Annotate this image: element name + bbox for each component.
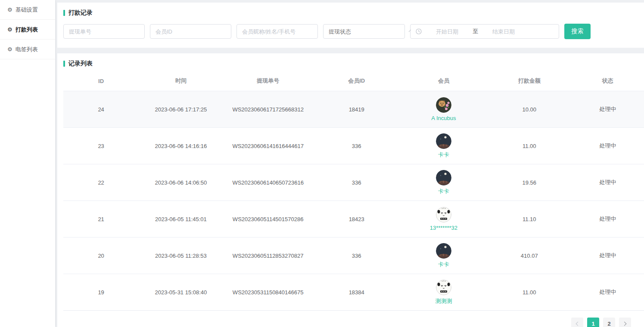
records-table-header: ID时间提现单号会员ID会员打款金额状态 (63, 72, 644, 91)
records-panel: 记录列表 ID时间提现单号会员ID会员打款金额状态 242023-06-06 1… (57, 53, 644, 327)
cell-id: 19 (63, 274, 139, 311)
pagination-page-1[interactable]: 1 (587, 318, 599, 327)
order-no-input[interactable] (63, 24, 145, 39)
dog-flowers-avatar[interactable] (436, 97, 451, 113)
night-sky-avatar[interactable] (436, 170, 451, 185)
date-range-picker[interactable]: 至 (410, 24, 559, 39)
cell-order-no: WS20230606140650723616 (223, 164, 313, 201)
cell-member: 测测测 (400, 274, 487, 311)
clock-icon (416, 28, 422, 34)
cell-order-no: WS20230531150840146675 (223, 274, 313, 311)
search-button[interactable]: 搜索 (564, 24, 591, 39)
cell-member: 卡卡 (400, 164, 487, 201)
cell-id: 24 (63, 91, 139, 128)
sidebar-item-0[interactable]: ⚙基础设置 (0, 0, 55, 20)
end-date-input[interactable] (478, 28, 529, 35)
cell-member: 卡卡 (400, 128, 487, 164)
cell-time: 2023-06-05 11:28:53 (139, 238, 223, 274)
cell-member: 卡卡 (400, 238, 487, 274)
member-name-link[interactable]: 测测测 (435, 297, 452, 305)
gear-icon: ⚙ (7, 7, 12, 12)
cell-member-id: 18384 (313, 274, 400, 311)
night-sky-avatar[interactable] (436, 133, 451, 149)
cell-status: 处理中 (571, 238, 644, 274)
filter-bar: 至 搜索 (63, 24, 638, 39)
table-row: 232023-06-06 14:16:16WS20230606141616444… (63, 128, 644, 164)
member-name-link[interactable]: 13*******32 (430, 225, 457, 231)
cell-member-id: 336 (313, 238, 400, 274)
records-table-body: 242023-06-06 17:17:25WS20230606171725668… (63, 91, 644, 311)
pagination-prev-button[interactable] (571, 318, 583, 327)
member-info-input[interactable] (236, 24, 318, 39)
cell-status: 处理中 (571, 91, 644, 128)
cell-time: 2023-06-06 14:06:50 (139, 164, 223, 201)
cell-amount: 11.00 (487, 128, 571, 164)
cell-status: 处理中 (571, 164, 644, 201)
column-header: 提现单号 (223, 72, 313, 91)
gear-icon: ⚙ (7, 46, 12, 52)
member-name-link[interactable]: 卡卡 (438, 188, 449, 195)
cell-amount: 11.10 (487, 201, 571, 238)
withdraw-status-select-value[interactable] (324, 28, 410, 35)
cell-time: 2023-06-05 11:45:01 (139, 201, 223, 238)
title-accent-bar (63, 61, 65, 67)
cell-member-id: 18419 (313, 91, 400, 128)
cell-time: 2023-05-31 15:08:40 (139, 274, 223, 311)
cell-member-id: 18423 (313, 201, 400, 238)
cell-status: 处理中 (571, 128, 644, 164)
table-row: 202023-06-05 11:28:53WS20230605112853270… (63, 238, 644, 274)
column-header: 会员 (400, 72, 487, 91)
records-panel-title: 记录列表 (63, 60, 644, 68)
table-row: 222023-06-06 14:06:50WS20230606140650723… (63, 164, 644, 201)
search-panel-title: 打款记录 (63, 9, 638, 17)
records-panel-title-text: 记录列表 (68, 60, 93, 68)
sidebar-item-label: 打款列表 (16, 26, 38, 34)
table-row: 192023-05-31 15:08:40WS20230531150840146… (63, 274, 644, 311)
app-layout: ⚙基础设置⚙打款列表⚙电签列表 打款记录 (0, 0, 644, 327)
pagination: 12 (63, 311, 644, 327)
chevron-left-icon (576, 321, 580, 326)
cell-status: 处理中 (571, 201, 644, 238)
table-row: 242023-06-06 17:17:25WS20230606171725668… (63, 91, 644, 128)
table-row: 212023-06-05 11:45:01WS20230605114501570… (63, 201, 644, 238)
cell-amount: 11.00 (487, 274, 571, 311)
cell-status: 处理中 (571, 274, 644, 311)
cell-amount: 19.56 (487, 164, 571, 201)
chevron-right-icon (622, 321, 627, 326)
cell-id: 22 (63, 164, 139, 201)
cell-id: 20 (63, 238, 139, 274)
cell-member-id: 336 (313, 128, 400, 164)
column-header: ID (63, 72, 139, 91)
sidebar-item-1[interactable]: ⚙打款列表 (0, 20, 55, 40)
main-content: 打款记录 至 搜索 (57, 0, 644, 327)
panda-meme-avatar[interactable] (436, 280, 451, 295)
withdraw-status-select[interactable] (323, 24, 405, 39)
start-date-input[interactable] (422, 28, 473, 35)
member-id-input[interactable] (150, 24, 231, 39)
cell-member-id: 336 (313, 164, 400, 201)
sidebar-item-2[interactable]: ⚙电签列表 (0, 40, 55, 59)
sidebar-item-label: 电签列表 (16, 46, 38, 53)
member-name-link[interactable]: 卡卡 (438, 151, 449, 159)
date-range-separator: 至 (473, 28, 478, 35)
pagination-next-button[interactable] (619, 318, 631, 327)
member-name-link[interactable]: 卡卡 (438, 261, 449, 268)
records-table: ID时间提现单号会员ID会员打款金额状态 242023-06-06 17:17:… (63, 72, 644, 311)
sidebar: ⚙基础设置⚙打款列表⚙电签列表 (0, 0, 55, 327)
panda-meme-avatar[interactable] (436, 207, 451, 222)
title-accent-bar (63, 10, 65, 16)
member-name-link[interactable]: A Incubus (431, 115, 456, 121)
cell-id: 23 (63, 128, 139, 164)
column-header: 会员ID (313, 72, 400, 91)
cell-id: 21 (63, 201, 139, 238)
cell-order-no: WS20230605114501570286 (223, 201, 313, 238)
search-panel-title-text: 打款记录 (68, 9, 93, 17)
night-sky-avatar[interactable] (436, 243, 451, 259)
cell-time: 2023-06-06 14:16:16 (139, 128, 223, 164)
sidebar-item-label: 基础设置 (16, 6, 38, 14)
cell-amount: 10.00 (487, 91, 571, 128)
column-header: 打款金额 (487, 72, 571, 91)
cell-member: A Incubus (400, 91, 487, 128)
pagination-page-2[interactable]: 2 (603, 318, 615, 327)
column-header: 时间 (139, 72, 223, 91)
